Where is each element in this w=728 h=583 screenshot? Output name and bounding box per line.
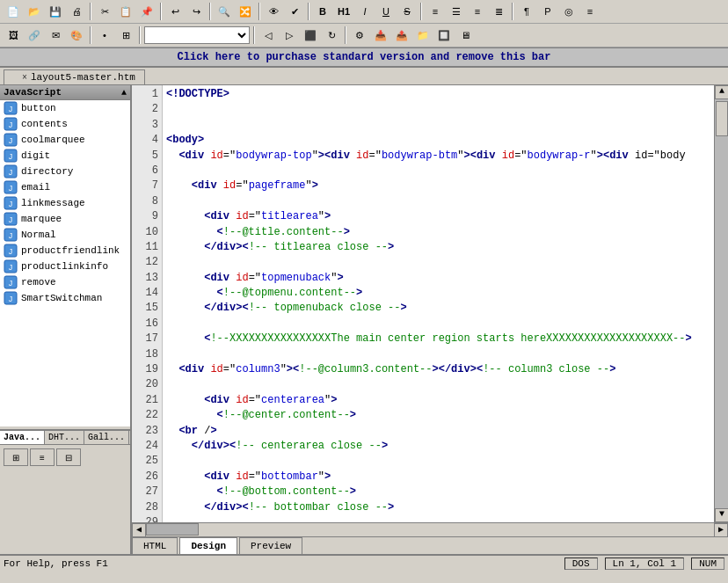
tb-btn2[interactable]: 📥 bbox=[371, 26, 390, 45]
bottom-tab[interactable]: Design bbox=[179, 537, 237, 554]
list-item[interactable]: JSmartSwitchman bbox=[0, 290, 130, 306]
code-line: <br /> bbox=[166, 424, 710, 439]
left-top: JavaScript ▲ JbuttonJcontentsJcoolmarque… bbox=[0, 85, 130, 431]
underline-button[interactable]: U bbox=[376, 2, 396, 21]
back-button[interactable]: ◁ bbox=[258, 26, 278, 45]
left-bottom-tab[interactable]: Gall... bbox=[84, 431, 129, 444]
para-button[interactable]: ¶ bbox=[517, 2, 536, 21]
h-scroll-track[interactable] bbox=[146, 523, 714, 536]
list-item[interactable]: Jcontents bbox=[0, 116, 130, 132]
left-bottom-tab[interactable]: DHT... bbox=[45, 431, 84, 444]
style-dropdown[interactable] bbox=[144, 26, 250, 44]
line-number: 11 bbox=[132, 240, 158, 255]
copy-button[interactable]: 📋 bbox=[116, 2, 135, 21]
item-label: productlinkinfo bbox=[21, 261, 108, 272]
scroll-track[interactable] bbox=[715, 99, 728, 508]
item-label: SmartSwitchman bbox=[21, 293, 102, 303]
italic-button[interactable]: I bbox=[355, 2, 375, 21]
stop-button[interactable]: ⬛ bbox=[301, 26, 320, 45]
scroll-thumb[interactable] bbox=[716, 101, 728, 136]
email-button[interactable]: ✉ bbox=[46, 26, 65, 45]
redo-button[interactable]: ↪ bbox=[186, 2, 206, 21]
list-item[interactable]: Jbutton bbox=[0, 100, 130, 116]
list-item[interactable]: Jdirectory bbox=[0, 164, 130, 179]
align-center-button[interactable]: ☰ bbox=[447, 2, 466, 21]
purchase-bar[interactable]: Click here to purchase standard version … bbox=[0, 48, 728, 68]
color-picker-button[interactable]: 🎨 bbox=[67, 26, 86, 45]
left-bottom-tab[interactable]: Java... bbox=[0, 431, 45, 444]
line-number: 14 bbox=[132, 286, 158, 301]
special1-button[interactable]: P bbox=[538, 2, 557, 21]
scroll-down-btn[interactable]: ▼ bbox=[715, 508, 728, 522]
close-icon[interactable]: × bbox=[22, 73, 27, 83]
line-number: 22 bbox=[132, 408, 158, 423]
toolbar-container: 📄 📂 💾 🖨 ✂ 📋 📌 ↩ ↪ 🔍 🔀 👁 ✔ B H1 I U S ≡ ☰… bbox=[0, 0, 728, 48]
item-icon: J bbox=[4, 164, 18, 179]
link-button[interactable]: 🔗 bbox=[25, 26, 44, 45]
code-content[interactable]: <!DOCTYPE> <body> <div id="bodywrap-top"… bbox=[163, 85, 714, 522]
item-label: Normal bbox=[21, 230, 56, 240]
find-button[interactable]: 🔍 bbox=[215, 2, 234, 21]
paste-button[interactable]: 📌 bbox=[137, 2, 157, 21]
list-item[interactable]: Jemail bbox=[0, 179, 130, 195]
file-tab[interactable]: × layout5-master.htm bbox=[4, 69, 145, 84]
lb-detail-btn[interactable]: ⊟ bbox=[56, 448, 81, 466]
list-item[interactable]: Jlinkmessage bbox=[0, 195, 130, 211]
line-number: 2 bbox=[132, 102, 158, 117]
tb-btn1[interactable]: ⚙ bbox=[350, 26, 369, 45]
strike-button[interactable]: S bbox=[397, 2, 417, 21]
list-item[interactable]: Jdigit bbox=[0, 148, 130, 164]
lb-grid-btn[interactable]: ⊞ bbox=[4, 448, 28, 466]
lb-list-btn[interactable]: ≡ bbox=[30, 448, 55, 466]
new-button[interactable]: 📄 bbox=[4, 2, 23, 21]
preview-button[interactable]: 👁 bbox=[264, 2, 283, 21]
list-item[interactable]: Jproductfriendlink bbox=[0, 243, 130, 259]
list-item[interactable]: Jproductlinkinfo bbox=[0, 259, 130, 274]
cut-button[interactable]: ✂ bbox=[95, 2, 114, 21]
table-button[interactable]: ⊞ bbox=[116, 26, 135, 45]
collapse-button[interactable]: ▲ bbox=[121, 88, 127, 98]
bottom-tab[interactable]: Preview bbox=[239, 537, 302, 554]
horizontal-scrollbar[interactable]: ◀ ▶ bbox=[132, 522, 728, 536]
list-item[interactable]: JNormal bbox=[0, 227, 130, 243]
item-label: remove bbox=[21, 277, 56, 288]
listview-button[interactable]: ≡ bbox=[580, 2, 600, 21]
justify-button[interactable]: ≣ bbox=[489, 2, 508, 21]
scroll-left-btn[interactable]: ◀ bbox=[132, 523, 146, 537]
svg-text:J: J bbox=[9, 295, 13, 303]
validate-button[interactable]: ✔ bbox=[285, 2, 304, 21]
tb-btn4[interactable]: 📁 bbox=[413, 26, 433, 45]
item-icon: J bbox=[4, 259, 18, 273]
main-area: JavaScript ▲ JbuttonJcontentsJcoolmarque… bbox=[0, 85, 728, 554]
forward-button[interactable]: ▷ bbox=[280, 26, 299, 45]
open-button[interactable]: 📂 bbox=[25, 2, 44, 21]
reload-button[interactable]: ↻ bbox=[322, 26, 341, 45]
bold-button[interactable]: B bbox=[313, 2, 332, 21]
svg-text:J: J bbox=[9, 136, 13, 145]
tb-btn6[interactable]: 🖥 bbox=[455, 26, 475, 45]
bottom-tabs: HTMLDesignPreview bbox=[132, 536, 728, 554]
vertical-scrollbar[interactable]: ▲ ▼ bbox=[714, 85, 728, 522]
align-left-button[interactable]: ≡ bbox=[426, 2, 445, 21]
print-button[interactable]: 🖨 bbox=[67, 2, 86, 21]
tb-btn3[interactable]: 📤 bbox=[392, 26, 411, 45]
line-number: 9 bbox=[132, 209, 158, 224]
align-right-button[interactable]: ≡ bbox=[468, 2, 487, 21]
img-button[interactable]: 🖼 bbox=[4, 26, 23, 45]
special2-button[interactable]: ◎ bbox=[559, 2, 579, 21]
editor-area: 1234567891011121314151617181920212223242… bbox=[132, 85, 728, 554]
scroll-up-btn[interactable]: ▲ bbox=[715, 85, 728, 99]
list-item[interactable]: Jremove bbox=[0, 274, 130, 290]
undo-button[interactable]: ↩ bbox=[165, 2, 185, 21]
code-line bbox=[166, 317, 710, 332]
tb-btn5[interactable]: 🔲 bbox=[434, 26, 454, 45]
list-button[interactable]: • bbox=[95, 26, 114, 45]
replace-button[interactable]: 🔀 bbox=[236, 2, 255, 21]
scroll-right-btn[interactable]: ▶ bbox=[714, 523, 728, 537]
bottom-tab[interactable]: HTML bbox=[132, 537, 178, 554]
list-item[interactable]: Jmarquee bbox=[0, 211, 130, 227]
h-scroll-thumb[interactable] bbox=[146, 523, 199, 536]
list-item[interactable]: Jcoolmarquee bbox=[0, 132, 130, 148]
h1-button[interactable]: H1 bbox=[334, 2, 353, 21]
save-button[interactable]: 💾 bbox=[46, 2, 65, 21]
